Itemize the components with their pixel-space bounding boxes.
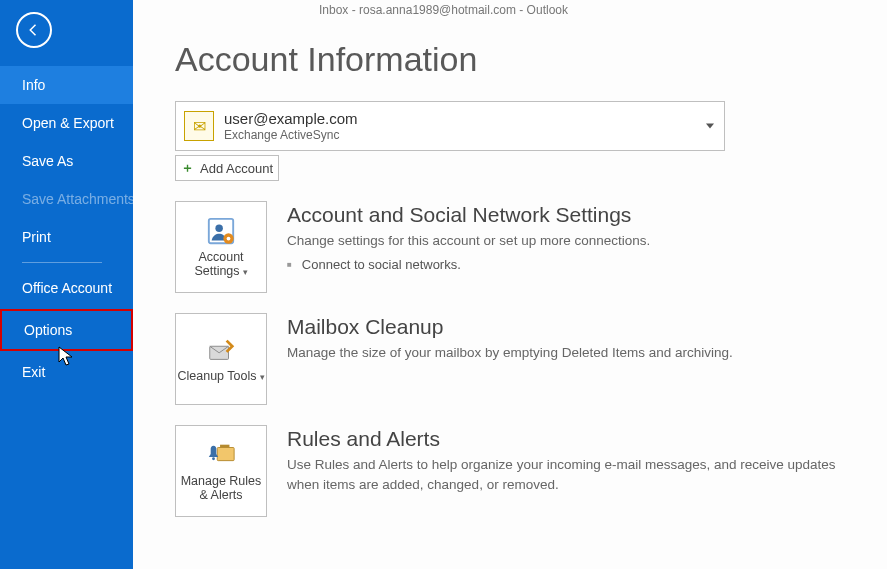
sidebar-item-save-as[interactable]: Save As xyxy=(0,142,133,180)
add-account-label: Add Account xyxy=(200,161,273,176)
connect-social-link[interactable]: Connect to social networks. xyxy=(287,257,857,272)
svg-point-7 xyxy=(212,457,215,460)
rules-icon xyxy=(206,440,236,470)
manage-rules-button[interactable]: Manage Rules & Alerts xyxy=(175,425,267,517)
sidebar-item-save-attachments: Save Attachments xyxy=(0,180,133,218)
cleanup-tools-label: Cleanup Tools xyxy=(178,369,257,383)
svg-point-1 xyxy=(215,224,223,232)
chevron-down-icon xyxy=(706,124,714,129)
main-panel: Account Information ✉ user@example.com E… xyxy=(133,0,887,569)
person-gear-icon xyxy=(206,216,236,246)
svg-rect-6 xyxy=(220,445,229,448)
account-type: Exchange ActiveSync xyxy=(224,128,716,142)
section-desc-cleanup: Manage the size of your mailbox by empty… xyxy=(287,343,857,363)
cleanup-tools-button[interactable]: Cleanup Tools▾ xyxy=(175,313,267,405)
section-title-rules: Rules and Alerts xyxy=(287,427,857,451)
backstage-sidebar: Info Open & Export Save As Save Attachme… xyxy=(0,0,133,569)
plus-icon: ＋ xyxy=(181,159,194,177)
sidebar-item-office-account[interactable]: Office Account xyxy=(0,269,133,307)
section-desc-rules: Use Rules and Alerts to help organize yo… xyxy=(287,455,857,496)
sidebar-item-options[interactable]: Options xyxy=(0,309,133,351)
account-selector[interactable]: ✉ user@example.com Exchange ActiveSync xyxy=(175,101,725,151)
sidebar-item-info[interactable]: Info xyxy=(0,66,133,104)
dropdown-caret-icon: ▾ xyxy=(243,267,248,277)
back-button[interactable] xyxy=(16,12,52,48)
dropdown-caret-icon: ▾ xyxy=(260,372,265,382)
back-arrow-icon xyxy=(25,21,43,39)
sidebar-separator xyxy=(22,262,102,263)
page-heading: Account Information xyxy=(175,40,857,79)
sidebar-item-exit[interactable]: Exit xyxy=(0,353,133,391)
section-title-cleanup: Mailbox Cleanup xyxy=(287,315,857,339)
add-account-button[interactable]: ＋ Add Account xyxy=(175,155,279,181)
section-title-settings: Account and Social Network Settings xyxy=(287,203,857,227)
account-email: user@example.com xyxy=(224,110,716,128)
cleanup-icon xyxy=(206,335,236,365)
manage-rules-label: Manage Rules & Alerts xyxy=(176,474,266,502)
sidebar-item-print[interactable]: Print xyxy=(0,218,133,256)
section-rules: Manage Rules & Alerts Rules and Alerts U… xyxy=(175,425,857,517)
sidebar-item-open-export[interactable]: Open & Export xyxy=(0,104,133,142)
section-account-settings: Account Settings▾ Account and Social Net… xyxy=(175,201,857,293)
svg-point-3 xyxy=(227,237,231,241)
account-settings-label: Account Settings xyxy=(194,250,243,278)
section-desc-settings: Change settings for this account or set … xyxy=(287,231,857,251)
account-settings-button[interactable]: Account Settings▾ xyxy=(175,201,267,293)
svg-rect-5 xyxy=(217,448,234,461)
mailbox-icon: ✉ xyxy=(184,111,214,141)
section-cleanup: Cleanup Tools▾ Mailbox Cleanup Manage th… xyxy=(175,313,857,405)
